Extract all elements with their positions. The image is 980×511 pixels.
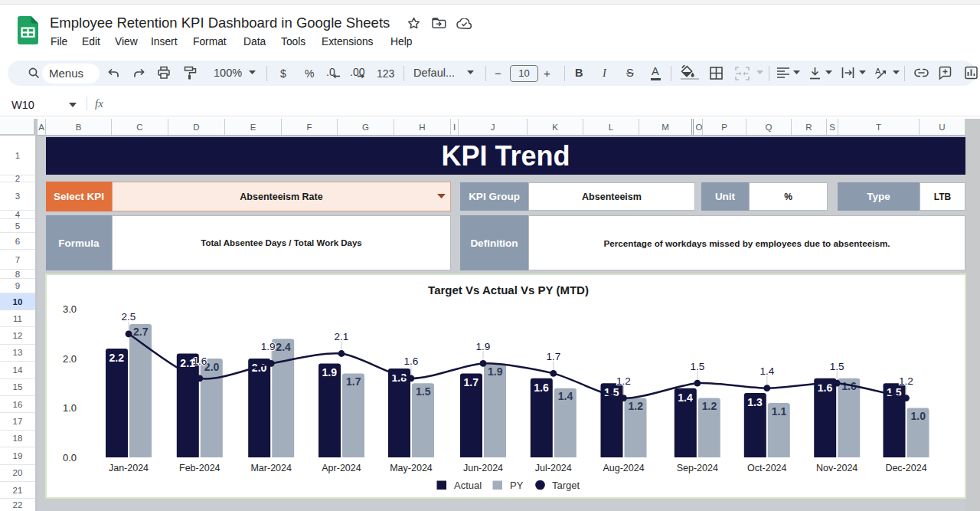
svg-text:Jan-2024: Jan-2024: [109, 463, 149, 473]
svg-text:1.0: 1.0: [911, 410, 926, 422]
svg-text:1.6: 1.6: [534, 382, 549, 394]
svg-text:Target Vs Actual Vs PY (MTD): Target Vs Actual Vs PY (MTD): [428, 283, 589, 296]
svg-text:Jun-2024: Jun-2024: [463, 463, 503, 473]
svg-text:1.0: 1.0: [63, 402, 77, 414]
svg-text:Apr-2024: Apr-2024: [322, 463, 361, 473]
svg-text:2.4: 2.4: [276, 341, 291, 353]
svg-text:1.5: 1.5: [830, 361, 844, 372]
svg-text:1.9: 1.9: [488, 365, 503, 378]
svg-text:Sep-2024: Sep-2024: [677, 463, 718, 473]
svg-text:Nov-2024: Nov-2024: [816, 463, 858, 473]
svg-text:1.4: 1.4: [760, 365, 774, 377]
svg-text:2.1: 2.1: [335, 331, 349, 342]
svg-text:1.6: 1.6: [404, 355, 419, 367]
svg-text:1.7: 1.7: [546, 351, 560, 362]
svg-text:1.2: 1.2: [899, 375, 913, 387]
svg-text:0.0: 0.0: [63, 452, 77, 464]
svg-text:1.2: 1.2: [616, 375, 631, 387]
svg-text:1.9: 1.9: [261, 341, 276, 352]
svg-text:1.9: 1.9: [322, 366, 338, 378]
svg-text:Aug-2024: Aug-2024: [603, 463, 644, 473]
svg-text:1.4: 1.4: [558, 390, 573, 402]
svg-text:Dec-2024: Dec-2024: [885, 463, 926, 473]
svg-text:1.2: 1.2: [702, 400, 717, 412]
svg-text:1.9: 1.9: [476, 341, 491, 352]
svg-text:2.5: 2.5: [122, 311, 136, 323]
svg-text:2.0: 2.0: [63, 353, 77, 365]
svg-text:3.0: 3.0: [63, 303, 77, 315]
svg-text:1.5: 1.5: [416, 385, 431, 398]
svg-text:Actual: Actual: [454, 480, 482, 491]
svg-text:1.5: 1.5: [690, 361, 704, 372]
svg-text:1.7: 1.7: [346, 375, 361, 388]
svg-text:Target: Target: [552, 480, 580, 491]
svg-text:2.2: 2.2: [109, 352, 125, 364]
svg-text:Feb-2024: Feb-2024: [179, 463, 220, 473]
svg-text:Oct-2024: Oct-2024: [747, 463, 786, 473]
svg-text:PY: PY: [510, 480, 524, 491]
svg-text:1.3: 1.3: [747, 396, 763, 408]
svg-text:1.7: 1.7: [464, 376, 479, 388]
svg-text:Mar-2024: Mar-2024: [250, 463, 292, 473]
svg-text:1.2: 1.2: [629, 400, 644, 412]
svg-text:1.4: 1.4: [678, 391, 693, 404]
svg-text:2.7: 2.7: [133, 326, 149, 338]
svg-text:Jul-2024: Jul-2024: [535, 463, 572, 473]
svg-text:A: A: [875, 67, 881, 76]
svg-text:1.1: 1.1: [772, 405, 787, 418]
svg-text:May-2024: May-2024: [390, 463, 433, 473]
svg-text:1.6: 1.6: [192, 355, 207, 367]
